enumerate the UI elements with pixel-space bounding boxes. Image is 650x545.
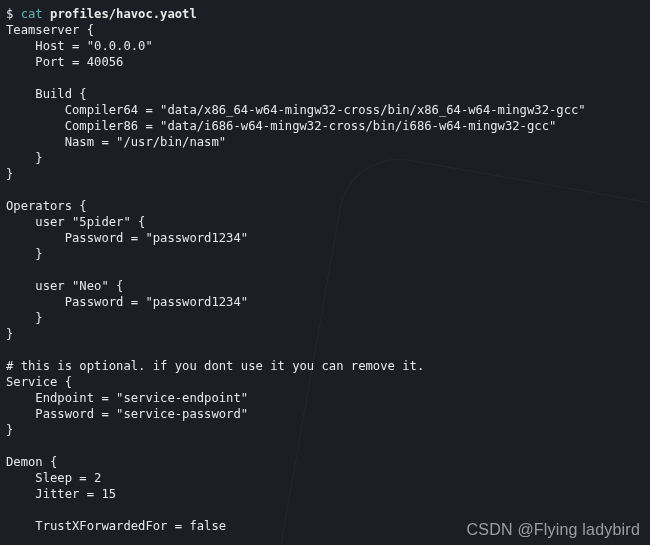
- command-text: cat: [21, 7, 43, 21]
- shell-prompt: $: [6, 7, 13, 21]
- command-argument: profiles/havoc.yaotl: [50, 7, 197, 21]
- file-content: Teamserver { Host = "0.0.0.0" Port = 400…: [6, 23, 586, 533]
- terminal-output: $ cat profiles/havoc.yaotl Teamserver { …: [0, 0, 650, 540]
